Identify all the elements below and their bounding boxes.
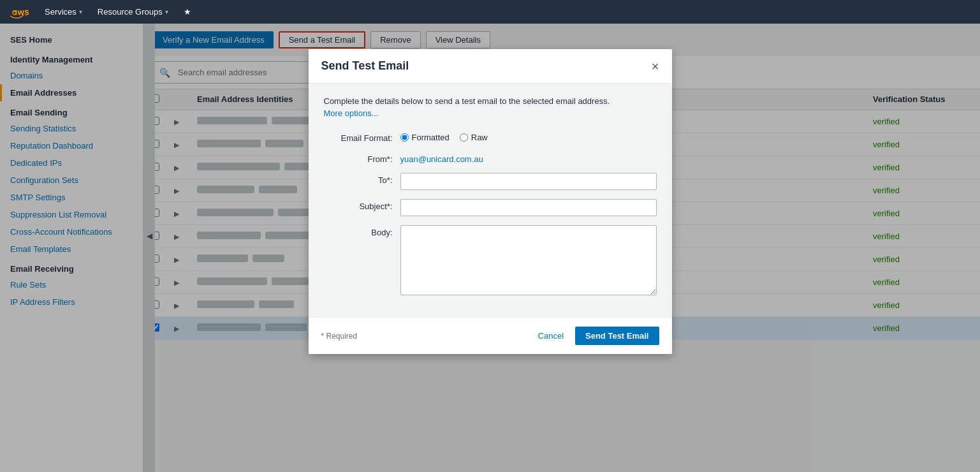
modal-description: Complete the details below to send a tes… xyxy=(324,96,657,106)
star-icon: ★ xyxy=(184,7,191,17)
to-row: To*: xyxy=(324,173,657,190)
modal-more-options-link[interactable]: More options... xyxy=(324,108,657,118)
format-formatted-radio[interactable] xyxy=(400,133,409,142)
aws-logo[interactable] xyxy=(8,5,32,19)
footer-buttons: Cancel Send Test Email xyxy=(533,327,659,345)
format-raw-radio[interactable] xyxy=(460,133,468,142)
subject-label: Subject*: xyxy=(324,199,400,211)
send-test-email-submit-button[interactable]: Send Test Email xyxy=(575,327,659,345)
services-nav[interactable]: Services ▾ xyxy=(42,7,85,17)
email-format-label: Email Format: xyxy=(324,131,400,143)
modal-title: Send Test Email xyxy=(321,59,409,73)
format-formatted-label[interactable]: Formatted xyxy=(400,133,450,142)
body-row: Body: xyxy=(324,225,657,295)
required-note: * Required xyxy=(321,332,358,341)
modal-close-button[interactable]: × xyxy=(652,60,659,73)
to-input[interactable] xyxy=(400,173,657,190)
cancel-button[interactable]: Cancel xyxy=(533,327,569,345)
from-row: From*: yuan@unicard.com.au xyxy=(324,152,657,164)
email-format-radio-group: Formatted Raw xyxy=(400,131,488,142)
body-textarea[interactable] xyxy=(400,225,657,295)
body-label: Body: xyxy=(324,225,400,237)
from-value: yuan@unicard.com.au xyxy=(400,152,483,164)
modal-overlay: Send Test Email × Complete the details b… xyxy=(0,24,980,472)
subject-input[interactable] xyxy=(400,199,657,216)
email-format-row: Email Format: Formatted Raw xyxy=(324,131,657,143)
modal-footer: * Required Cancel Send Test Email xyxy=(309,317,672,354)
subject-row: Subject*: xyxy=(324,199,657,216)
from-label: From*: xyxy=(324,152,400,164)
services-chevron-icon: ▾ xyxy=(79,8,82,15)
top-nav: Services ▾ Resource Groups ▾ ★ xyxy=(0,0,980,24)
resource-groups-chevron-icon: ▾ xyxy=(165,8,168,15)
format-raw-label[interactable]: Raw xyxy=(460,133,488,142)
resource-groups-nav[interactable]: Resource Groups ▾ xyxy=(95,7,171,17)
to-label: To*: xyxy=(324,173,400,185)
send-test-email-modal: Send Test Email × Complete the details b… xyxy=(309,49,672,354)
modal-header: Send Test Email × xyxy=(309,49,672,84)
modal-body: Complete the details below to send a tes… xyxy=(309,84,672,317)
favorites-nav[interactable]: ★ xyxy=(181,7,194,17)
